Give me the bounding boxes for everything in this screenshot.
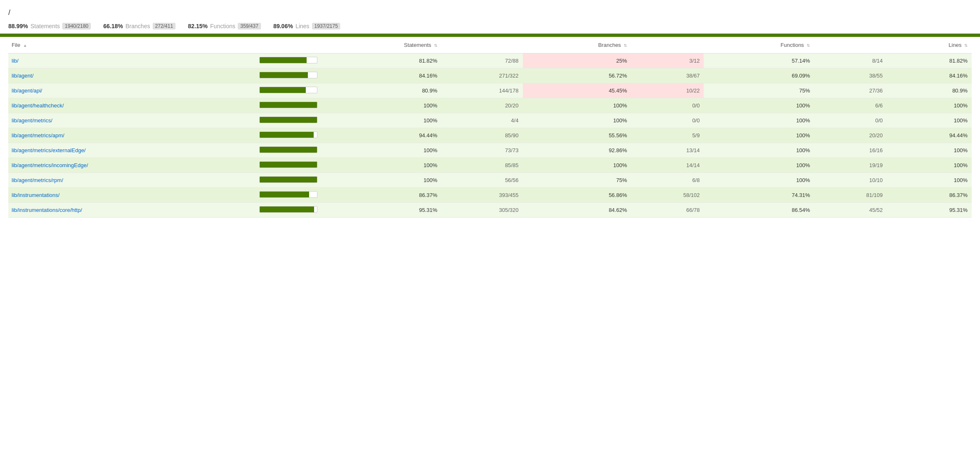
branches-stat: 66.18% Branches 272/411 xyxy=(103,23,176,29)
progress-cell xyxy=(254,68,320,83)
file-link[interactable]: lib/agent/ xyxy=(12,73,34,79)
functions-sort-icon: ⇅ xyxy=(807,43,810,48)
func-ratio: 16/16 xyxy=(814,143,887,158)
stmt-pct: 86.37% xyxy=(320,188,441,203)
table-row: lib/agent/metrics/100%4/4100%0/0100%0/01… xyxy=(8,113,972,128)
progress-bar-fill xyxy=(260,87,306,93)
progress-bar-fill xyxy=(260,147,317,153)
branch-ratio: 0/0 xyxy=(631,113,704,128)
file-link[interactable]: lib/instrumentations/core/http/ xyxy=(12,207,82,213)
stmt-pct: 100% xyxy=(320,173,441,188)
line-pct: 100% xyxy=(887,143,972,158)
file-link[interactable]: lib/agent/metrics/incomingEdge/ xyxy=(12,162,88,168)
file-cell: lib/agent/api/ xyxy=(8,83,254,98)
statements-sort-icon: ⇅ xyxy=(434,43,437,48)
file-cell: lib/agent/metrics/incomingEdge/ xyxy=(8,158,254,173)
file-link[interactable]: lib/agent/healthcheck/ xyxy=(12,102,64,109)
col-statements[interactable]: Statements ⇅ xyxy=(320,37,441,53)
file-link[interactable]: lib/agent/metrics/ xyxy=(12,117,52,124)
table-row: lib/agent/metrics/incomingEdge/100%85/85… xyxy=(8,158,972,173)
progress-cell xyxy=(254,173,320,188)
progress-cell xyxy=(254,128,320,143)
stmt-ratio: 271/322 xyxy=(441,68,523,83)
branch-pct: 55.56% xyxy=(523,128,631,143)
func-ratio: 0/0 xyxy=(814,113,887,128)
branch-pct: 100% xyxy=(523,158,631,173)
stmt-pct: 100% xyxy=(320,113,441,128)
progress-bar-fill xyxy=(260,117,317,123)
branch-ratio: 0/0 xyxy=(631,98,704,113)
progress-bar-fill xyxy=(260,177,317,182)
table-row: lib/agent/metrics/rpm/100%56/5675%6/8100… xyxy=(8,173,972,188)
branches-badge: 272/411 xyxy=(153,23,176,29)
statements-label: Statements xyxy=(30,23,60,29)
stmt-pct: 100% xyxy=(320,98,441,113)
file-sort-icon: ▲ xyxy=(23,43,27,48)
progress-cell xyxy=(254,188,320,203)
stmt-ratio: 56/56 xyxy=(441,173,523,188)
lines-label: Lines xyxy=(295,23,309,29)
file-link[interactable]: lib/ xyxy=(12,58,19,64)
file-cell: lib/agent/healthcheck/ xyxy=(8,98,254,113)
branch-pct: 45.45% xyxy=(523,83,631,98)
func-pct: 100% xyxy=(704,113,814,128)
progress-bar-fill xyxy=(260,132,314,138)
progress-bar-fill xyxy=(260,102,317,108)
functions-label: Functions xyxy=(210,23,236,29)
file-link[interactable]: lib/instrumentations/ xyxy=(12,192,60,198)
progress-bar-fill xyxy=(260,72,308,78)
func-ratio: 6/6 xyxy=(814,98,887,113)
col-branches-ratio xyxy=(631,37,704,53)
progress-cell xyxy=(254,203,320,218)
progress-bar-fill xyxy=(260,162,317,168)
green-divider xyxy=(0,34,980,37)
stmt-ratio: 72/88 xyxy=(441,53,523,68)
table-row: lib/instrumentations/86.37%393/45556.86%… xyxy=(8,188,972,203)
table-row: lib/agent/metrics/externalEdge/100%73/73… xyxy=(8,143,972,158)
stmt-pct: 80.9% xyxy=(320,83,441,98)
line-pct: 94.44% xyxy=(887,128,972,143)
branch-ratio: 10/22 xyxy=(631,83,704,98)
branch-ratio: 66/78 xyxy=(631,203,704,218)
file-link[interactable]: lib/agent/metrics/rpm/ xyxy=(12,177,63,183)
table-header-row: File ▲ Statements ⇅ Branches ⇅ xyxy=(8,37,972,53)
stmt-ratio: 144/178 xyxy=(441,83,523,98)
branches-label: Branches xyxy=(126,23,150,29)
col-lines[interactable]: Lines ⇅ xyxy=(887,37,972,53)
line-pct: 100% xyxy=(887,173,972,188)
branch-pct: 92.86% xyxy=(523,143,631,158)
stmt-ratio: 85/90 xyxy=(441,128,523,143)
func-pct: 100% xyxy=(704,143,814,158)
lines-stat: 89.06% Lines 1937/2175 xyxy=(273,23,341,29)
progress-cell xyxy=(254,158,320,173)
col-file[interactable]: File ▲ xyxy=(8,37,254,53)
file-cell: lib/instrumentations/core/http/ xyxy=(8,203,254,218)
file-link[interactable]: lib/agent/metrics/apm/ xyxy=(12,132,64,139)
func-pct: 69.09% xyxy=(704,68,814,83)
stmt-pct: 100% xyxy=(320,143,441,158)
col-branches[interactable]: Branches ⇅ xyxy=(523,37,631,53)
func-ratio: 8/14 xyxy=(814,53,887,68)
file-link[interactable]: lib/agent/api/ xyxy=(12,87,42,94)
coverage-table: File ▲ Statements ⇅ Branches ⇅ xyxy=(8,37,972,218)
func-ratio: 81/109 xyxy=(814,188,887,203)
line-pct: 84.16% xyxy=(887,68,972,83)
line-pct: 81.82% xyxy=(887,53,972,68)
line-pct: 86.37% xyxy=(887,188,972,203)
branch-pct: 100% xyxy=(523,113,631,128)
branch-pct: 25% xyxy=(523,53,631,68)
branch-ratio: 3/12 xyxy=(631,53,704,68)
func-ratio: 19/19 xyxy=(814,158,887,173)
lines-badge: 1937/2175 xyxy=(312,23,341,29)
stmt-ratio: 20/20 xyxy=(441,98,523,113)
file-link[interactable]: lib/agent/metrics/externalEdge/ xyxy=(12,147,85,153)
func-ratio: 27/36 xyxy=(814,83,887,98)
branch-pct: 100% xyxy=(523,98,631,113)
col-functions[interactable]: Functions ⇅ xyxy=(704,37,814,53)
func-ratio: 45/52 xyxy=(814,203,887,218)
statements-stat: 88.99% Statements 1940/2180 xyxy=(8,23,91,29)
lines-sort-icon: ⇅ xyxy=(964,43,968,48)
branch-ratio: 5/9 xyxy=(631,128,704,143)
functions-badge: 359/437 xyxy=(238,23,261,29)
stmt-ratio: 73/73 xyxy=(441,143,523,158)
